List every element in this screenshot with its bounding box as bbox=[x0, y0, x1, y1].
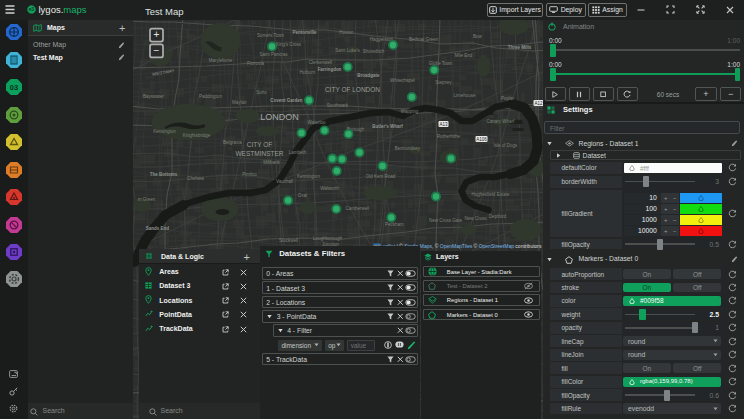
svg-text:Limehouse: Limehouse bbox=[453, 93, 476, 98]
svg-text:Canary Wharf: Canary Wharf bbox=[486, 119, 515, 124]
svg-text:Stepney: Stepney bbox=[435, 80, 452, 85]
svg-text:Stockwell: Stockwell bbox=[278, 238, 297, 243]
svg-text:Millbank: Millbank bbox=[263, 160, 280, 165]
svg-text:Camberwell: Camberwell bbox=[345, 206, 369, 211]
svg-text:Clerkenwell: Clerkenwell bbox=[308, 60, 331, 65]
svg-text:Bow: Bow bbox=[473, 34, 483, 39]
svg-text:Whitechapel: Whitechapel bbox=[390, 78, 415, 83]
svg-text:Holborn: Holborn bbox=[299, 70, 315, 75]
svg-text:Butler's Wharf: Butler's Wharf bbox=[372, 124, 403, 129]
svg-text:−: − bbox=[153, 45, 159, 56]
svg-text:Sands End: Sands End bbox=[145, 226, 169, 231]
svg-text:Loughborough: Loughborough bbox=[312, 236, 342, 241]
svg-text:Fitzrovia: Fitzrovia bbox=[246, 61, 263, 66]
svg-text:Mayfair: Mayfair bbox=[232, 100, 247, 105]
svg-text:Waterloo: Waterloo bbox=[307, 120, 325, 125]
svg-text:Saint Luke's: Saint Luke's bbox=[335, 48, 360, 53]
svg-text:Southwark: Southwark bbox=[326, 103, 348, 108]
svg-text:A13: A13 bbox=[439, 122, 448, 127]
svg-text:Poplar: Poplar bbox=[500, 96, 514, 101]
svg-text:The Bottoms: The Bottoms bbox=[149, 172, 177, 177]
svg-text:+: + bbox=[153, 29, 159, 40]
svg-text:Wapping: Wapping bbox=[400, 109, 418, 114]
svg-text:Bayswater: Bayswater bbox=[142, 94, 164, 99]
svg-text:A106: A106 bbox=[476, 137, 487, 142]
svg-text:Walworth: Walworth bbox=[320, 186, 339, 191]
svg-text:New Cross: New Cross bbox=[464, 216, 487, 221]
svg-text:Pentonville: Pentonville bbox=[292, 30, 317, 35]
svg-text:Marylebone: Marylebone bbox=[208, 58, 232, 63]
svg-text:New Cross Gate: New Cross Gate bbox=[428, 218, 462, 223]
svg-text:Three Mills: Three Mills bbox=[507, 45, 531, 50]
svg-text:Paddington: Paddington bbox=[199, 94, 222, 99]
svg-text:Somers Town: Somers Town bbox=[256, 33, 284, 38]
svg-text:Rotherhithe: Rotherhithe bbox=[436, 134, 460, 139]
svg-text:A12: A12 bbox=[534, 101, 543, 106]
svg-text:Old Kent Road: Old Kent Road bbox=[365, 174, 395, 179]
svg-text:Hughesfield Estate: Hughesfield Estate bbox=[471, 192, 509, 197]
svg-text:Isle of Dogs: Isle of Dogs bbox=[493, 143, 518, 148]
svg-text:Globe Town: Globe Town bbox=[428, 61, 452, 66]
svg-text:Mile End: Mile End bbox=[454, 53, 472, 58]
svg-text:Oval: Oval bbox=[297, 193, 306, 198]
svg-text:King's Cross: King's Cross bbox=[275, 42, 301, 47]
svg-text:Belgravia: Belgravia bbox=[223, 140, 242, 145]
svg-text:Vauxhall: Vauxhall bbox=[276, 179, 293, 184]
svg-text:Deptford: Deptford bbox=[488, 214, 506, 219]
svg-text:Pimlico: Pimlico bbox=[242, 172, 257, 177]
svg-text:Saint Pancras: Saint Pancras bbox=[259, 52, 288, 57]
svg-text:Shoreditch: Shoreditch bbox=[362, 49, 384, 54]
svg-text:Lambeth: Lambeth bbox=[288, 150, 306, 155]
svg-text:Knightsbridge: Knightsbridge bbox=[182, 133, 210, 138]
svg-text:Hoxton: Hoxton bbox=[339, 30, 354, 35]
svg-text:CITY OF LONDON: CITY OF LONDON bbox=[324, 86, 379, 93]
svg-text:WESTMINSTER: WESTMINSTER bbox=[235, 150, 283, 157]
svg-text:Bermondsey: Bermondsey bbox=[394, 146, 420, 151]
svg-text:Bethnal Green: Bethnal Green bbox=[408, 37, 438, 42]
svg-text:03: 03 bbox=[9, 83, 17, 92]
svg-text:Covent Garden: Covent Garden bbox=[270, 98, 303, 103]
svg-text:n3: n3 bbox=[29, 7, 35, 12]
svg-text:Broadgate: Broadgate bbox=[357, 73, 380, 78]
svg-text:Kennington: Kennington bbox=[297, 174, 320, 179]
svg-text:Chelsea: Chelsea bbox=[187, 176, 204, 181]
svg-text:LONDON: LONDON bbox=[260, 112, 299, 122]
svg-text:Soho: Soho bbox=[256, 90, 267, 95]
svg-text:Kensington: Kensington bbox=[153, 129, 176, 134]
svg-text:CITY OF: CITY OF bbox=[246, 141, 272, 148]
svg-text:Peckham: Peckham bbox=[385, 222, 404, 227]
svg-text:m Green: m Green bbox=[137, 197, 155, 202]
svg-text:Farringdon: Farringdon bbox=[317, 67, 341, 72]
